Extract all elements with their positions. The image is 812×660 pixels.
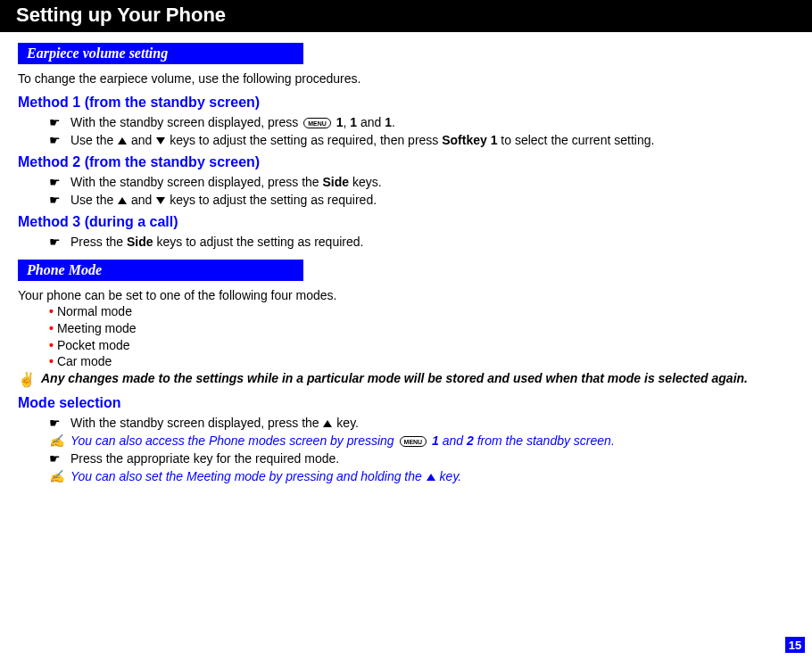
mode-list: •Normal mode •Meeting mode •Pocket mode … bbox=[0, 304, 812, 369]
pointer-icon: ☛ bbox=[49, 175, 63, 189]
pointer-icon: ☛ bbox=[49, 451, 63, 466]
pointer-icon: ☛ bbox=[49, 133, 63, 147]
method1-heading: Method 1 (from the standby screen) bbox=[0, 95, 812, 111]
method3-heading: Method 3 (during a call) bbox=[0, 214, 812, 230]
method2-step2: ☛ Use the and keys to adjust the setting… bbox=[0, 193, 812, 207]
earpiece-intro: To change the earpiece volume, use the f… bbox=[0, 71, 812, 86]
mode-item: •Meeting mode bbox=[49, 321, 812, 336]
mode-item: •Normal mode bbox=[49, 304, 812, 319]
down-arrow-icon bbox=[156, 137, 165, 144]
up-arrow-icon bbox=[118, 137, 127, 144]
hand-icon: ✌ bbox=[18, 371, 36, 388]
method1-step2: ☛ Use the and keys to adjust the setting… bbox=[0, 133, 812, 147]
mode-note: ✌ Any changes made to the settings while… bbox=[0, 371, 812, 388]
modeselection-heading: Mode selection bbox=[0, 395, 812, 411]
page-number-value: 15 bbox=[789, 639, 801, 652]
note-pointer-icon: ✍ bbox=[49, 469, 63, 483]
modesel-note1: ✍ You can also access the Phone modes sc… bbox=[0, 433, 812, 448]
down-arrow-icon bbox=[156, 197, 165, 204]
method1-step1-text: With the standby screen displayed, press… bbox=[70, 115, 395, 129]
modesel-note2: ✍ You can also set the Meeting mode by p… bbox=[0, 469, 812, 483]
mode-item: •Car mode bbox=[49, 354, 812, 369]
pointer-icon: ☛ bbox=[49, 193, 63, 207]
up-arrow-icon bbox=[323, 420, 332, 427]
page-content: Earpiece volume setting To change the ea… bbox=[0, 43, 812, 483]
mode-note-text: Any changes made to the settings while i… bbox=[41, 371, 748, 385]
bullet-icon: • bbox=[49, 304, 54, 319]
method1-step2-text: Use the and keys to adjust the setting a… bbox=[70, 133, 654, 147]
bullet-icon: • bbox=[49, 354, 54, 369]
pointer-icon: ☛ bbox=[49, 416, 63, 430]
menu-icon: MENU bbox=[303, 118, 331, 128]
section-header-phonemode: Phone Mode bbox=[18, 260, 303, 281]
note-pointer-icon: ✍ bbox=[49, 433, 63, 448]
modesel-step2: ☛ Press the appropriate key for the requ… bbox=[0, 451, 812, 466]
up-arrow-icon bbox=[427, 474, 435, 481]
method2-step1: ☛ With the standby screen displayed, pre… bbox=[0, 175, 812, 189]
modesel-step1: ☛ With the standby screen displayed, pre… bbox=[0, 416, 812, 430]
method1-step1: ☛ With the standby screen displayed, pre… bbox=[0, 115, 812, 129]
section-header-earpiece-label: Earpiece volume setting bbox=[27, 45, 168, 61]
method2-step1-text: With the standby screen displayed, press… bbox=[70, 175, 382, 189]
section-header-phonemode-label: Phone Mode bbox=[27, 262, 102, 277]
page-number: 15 bbox=[785, 637, 805, 653]
method2-heading: Method 2 (from the standby screen) bbox=[0, 154, 812, 170]
bullet-icon: • bbox=[49, 338, 54, 353]
menu-icon: MENU bbox=[400, 436, 427, 447]
page-title: Setting up Your Phone bbox=[16, 4, 226, 26]
method3-step1: ☛ Press the Side keys to adjust the sett… bbox=[0, 235, 812, 249]
method3-step1-text: Press the Side keys to adjust the settin… bbox=[70, 235, 363, 249]
pointer-icon: ☛ bbox=[49, 235, 63, 249]
up-arrow-icon bbox=[118, 197, 127, 204]
page-title-bar: Setting up Your Phone bbox=[0, 0, 812, 32]
phonemode-intro: Your phone can be set to one of the foll… bbox=[0, 288, 812, 302]
mode-item: •Pocket mode bbox=[49, 338, 812, 353]
modesel-note2-text: You can also set the Meeting mode by pre… bbox=[70, 469, 461, 483]
modesel-note1-text: You can also access the Phone modes scre… bbox=[70, 433, 615, 448]
pointer-icon: ☛ bbox=[49, 115, 63, 129]
method2-step2-text: Use the and keys to adjust the setting a… bbox=[70, 193, 377, 207]
modesel-step2-text: Press the appropriate key for the requir… bbox=[70, 451, 339, 466]
section-header-earpiece: Earpiece volume setting bbox=[18, 43, 303, 64]
modesel-step1-text: With the standby screen displayed, press… bbox=[70, 416, 359, 430]
bullet-icon: • bbox=[49, 321, 54, 336]
